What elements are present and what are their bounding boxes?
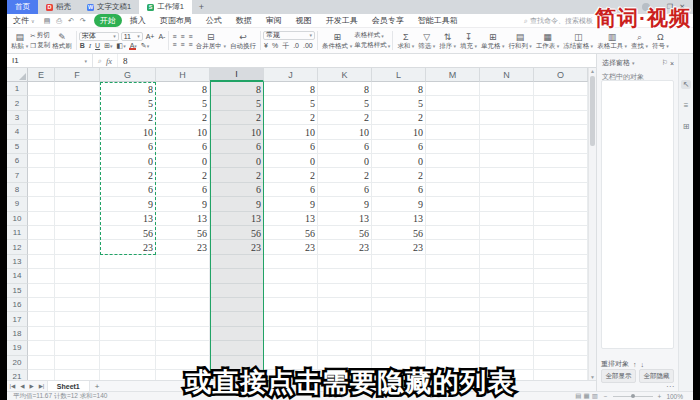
cell-K11[interactable]: 56 <box>318 226 372 240</box>
cell-G12[interactable]: 23 <box>100 240 156 254</box>
table-tools-button[interactable]: ▥表格工具 ▾ <box>595 32 629 50</box>
row-header-10[interactable]: 10 <box>7 212 28 226</box>
cell-L5[interactable]: 6 <box>372 140 426 154</box>
cell-H4[interactable]: 10 <box>156 125 210 139</box>
cell-H10[interactable]: 13 <box>156 212 210 226</box>
cell-L6[interactable]: 0 <box>372 154 426 168</box>
freeze-button[interactable]: ◫冻结窗格 ▾ <box>561 32 595 50</box>
row-header-6[interactable]: 6 <box>7 154 28 168</box>
sheet-nav-button[interactable]: ▶| <box>36 381 47 391</box>
print-icon[interactable]: ⎙ <box>53 17 65 24</box>
tab-视图[interactable]: 视图 <box>290 14 318 27</box>
cell-J10[interactable]: 13 <box>264 212 318 226</box>
fill-color-button[interactable]: ◧▾ <box>116 42 127 50</box>
cell-G1[interactable]: 8 <box>100 82 156 96</box>
borders-button[interactable]: ⊞▾ <box>103 42 113 50</box>
vertical-scrollbar[interactable]: ▲ ▼ <box>588 68 596 380</box>
new-tab-button[interactable]: + <box>192 0 211 14</box>
column-header-G[interactable]: G <box>100 68 156 82</box>
cell-K7[interactable]: 2 <box>318 168 372 182</box>
cell-I10[interactable]: 13 <box>210 212 264 226</box>
shrink-font-button[interactable]: A- <box>157 33 166 40</box>
app-tab-工作簿1[interactable]: S工作簿1 <box>139 0 192 14</box>
cell-H1[interactable]: 8 <box>156 82 210 96</box>
cell-G2[interactable]: 5 <box>100 96 156 110</box>
sort-button[interactable]: ⇅排序 ▾ <box>437 32 458 50</box>
number-format-button[interactable]: .0 <box>292 42 300 49</box>
cut-button[interactable]: ✂ 剪切 <box>30 31 50 40</box>
insert-function-button[interactable]: fx <box>106 56 112 66</box>
row-header-4[interactable]: 4 <box>7 125 28 139</box>
row-header-13[interactable]: 13 <box>7 255 28 269</box>
cell-K5[interactable]: 6 <box>318 140 372 154</box>
cell-I2[interactable]: 5 <box>210 96 264 110</box>
highlight-button[interactable]: ✎▾ <box>140 42 150 50</box>
fill-button[interactable]: ↧填充 ▾ <box>458 32 479 50</box>
name-box[interactable]: I1 ▾ <box>7 54 93 67</box>
chevron-down-icon[interactable]: ▾ <box>632 60 635 66</box>
cell-I1[interactable]: 8 <box>210 82 264 96</box>
tab-开始[interactable]: 开始 <box>94 14 122 27</box>
column-header-N[interactable]: N <box>480 68 534 82</box>
add-sheet-button[interactable]: + <box>90 381 105 391</box>
cell-I3[interactable]: 2 <box>210 111 264 125</box>
cell-I6[interactable]: 0 <box>210 154 264 168</box>
cell-I5[interactable]: 6 <box>210 140 264 154</box>
cell-J11[interactable]: 56 <box>264 226 318 240</box>
cell-H3[interactable]: 2 <box>156 111 210 125</box>
row-header-14[interactable]: 14 <box>7 269 28 283</box>
tab-页面布局[interactable]: 页面布局 <box>154 14 198 27</box>
cell-I7[interactable]: 2 <box>210 168 264 182</box>
style-button[interactable]: 单元格样式▾ <box>354 41 390 50</box>
view-mode-icon[interactable]: ▦ <box>582 392 590 399</box>
app-tab-文字文稿1[interactable]: W文字文稿1 <box>79 0 139 14</box>
cell-K10[interactable]: 13 <box>318 212 372 226</box>
style-button[interactable]: 表格样式▾ <box>354 31 390 40</box>
format-painter-button[interactable]: ✎ 格式刷 <box>50 32 74 49</box>
cell-H9[interactable]: 9 <box>156 197 210 211</box>
cell-G9[interactable]: 9 <box>100 197 156 211</box>
cell-L11[interactable]: 56 <box>372 226 426 240</box>
redo-icon[interactable]: ↷ <box>77 17 89 24</box>
view-mode-icon[interactable]: ▥ <box>591 392 599 399</box>
cell-G3[interactable]: 2 <box>100 111 156 125</box>
cell-L3[interactable]: 2 <box>372 111 426 125</box>
cell-K9[interactable]: 9 <box>318 197 372 211</box>
cell-L7[interactable]: 2 <box>372 168 426 182</box>
row-header-18[interactable]: 18 <box>7 327 28 341</box>
bold-button[interactable]: B <box>79 42 86 49</box>
app-tab-首页[interactable]: 首页 <box>7 0 38 14</box>
cell-I8[interactable]: 6 <box>210 183 264 197</box>
search-icon[interactable]: ⌕ <box>98 57 102 65</box>
cell-I11[interactable]: 56 <box>210 226 264 240</box>
column-header-O[interactable]: O <box>534 68 588 82</box>
sum-button[interactable]: Σ求和 ▾ <box>395 32 416 50</box>
row-header-7[interactable]: 7 <box>7 168 28 182</box>
cell-G4[interactable]: 10 <box>100 125 156 139</box>
paste-button[interactable]: ▤ 粘贴 ▾ <box>9 32 30 50</box>
grow-font-button[interactable]: A+ <box>145 33 156 40</box>
show-all-button[interactable]: 全部显示 <box>601 369 636 383</box>
row-header-16[interactable]: 16 <box>7 298 28 312</box>
more-options-button[interactable]: ⋯ <box>666 382 674 391</box>
undo-icon[interactable]: ↶ <box>65 17 77 24</box>
cell-H11[interactable]: 56 <box>156 226 210 240</box>
move-down-button[interactable]: ↓ <box>641 361 645 368</box>
cell-L1[interactable]: 8 <box>372 82 426 96</box>
cell-J7[interactable]: 2 <box>264 168 318 182</box>
row-header-2[interactable]: 2 <box>7 96 28 110</box>
formula-input[interactable]: 8 <box>118 56 128 66</box>
grid-icon[interactable]: ⊞ <box>683 122 690 131</box>
zoom-slider[interactable] <box>613 396 653 397</box>
number-format-button[interactable]: % <box>271 42 279 49</box>
filter-button[interactable]: ▽筛选 ▾ <box>416 32 437 50</box>
underline-button[interactable]: U <box>94 42 101 49</box>
cell-K12[interactable]: 23 <box>318 240 372 254</box>
tab-插入[interactable]: 插入 <box>124 14 152 27</box>
copy-button[interactable]: ❐ 复制 <box>30 41 50 50</box>
find-button[interactable]: ⌕查找 ▾ <box>629 32 650 50</box>
select-all-corner[interactable] <box>7 68 28 82</box>
conditional-format-button[interactable]: ⊞ 条件格式 ▾ <box>320 32 354 50</box>
cell-J8[interactable]: 6 <box>264 183 318 197</box>
sheet-tab-Sheet1[interactable]: Sheet1 <box>47 381 90 391</box>
